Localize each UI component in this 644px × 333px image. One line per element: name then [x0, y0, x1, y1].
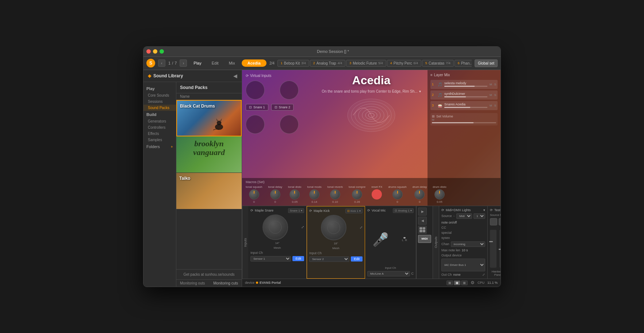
- input-pad-2[interactable]: [280, 81, 299, 100]
- knob-tonal-compre[interactable]: [352, 189, 362, 200]
- layer-item-3[interactable]: 3 🥁 Snares Acedia M S: [430, 101, 498, 110]
- sound-packs-header: Sound Packs: [176, 82, 242, 93]
- sidebar-item-controllers[interactable]: Controllers: [143, 124, 176, 131]
- current-set-button[interactable]: Acedia: [242, 59, 267, 67]
- btn-arrow-left[interactable]: ◀: [418, 217, 427, 225]
- hw-knob-1[interactable]: [490, 218, 497, 225]
- tab-play[interactable]: Play: [190, 60, 205, 66]
- tab-edit[interactable]: Edit: [208, 60, 222, 66]
- snare-expand-icon[interactable]: ⤢: [301, 225, 304, 229]
- pack-item-brooklyn[interactable]: brooklynvanguard: [176, 136, 242, 173]
- monitoring-dropdown[interactable]: Monitoring cuts: [213, 281, 238, 285]
- snare-pad-dropdown[interactable]: Snare 1 ▾: [288, 208, 304, 213]
- maximize-button[interactable]: [160, 49, 164, 54]
- nav-back[interactable]: ‹: [158, 59, 165, 67]
- virtual-inputs-label: ⟳ Virtual Inputs: [246, 74, 311, 78]
- midi-out-button[interactable]: MIDI: [418, 235, 431, 243]
- snare-edit-button[interactable]: Edit: [292, 256, 304, 261]
- knob-tonal-mods[interactable]: [309, 189, 319, 200]
- beat-tab-5[interactable]: 6 Phan...: [455, 60, 472, 67]
- knob-drums-squash[interactable]: [392, 189, 403, 200]
- kick-pad-dropdown[interactable]: ⊡ Kick 1 ▾: [345, 209, 363, 213]
- status-view-btn-1[interactable]: ▦: [446, 280, 453, 285]
- sidebar-item-sessions[interactable]: Sessions: [143, 98, 176, 105]
- snare-pad-visual[interactable]: [262, 214, 288, 240]
- beat-tab-3[interactable]: 4 Pitchy Perc 6/4: [387, 60, 421, 67]
- midi-panel-expand-icon[interactable]: ⤢: [482, 273, 485, 276]
- description-expand[interactable]: ▾: [419, 89, 421, 93]
- midi-panel: ⟳ Midi+DMX Lights ▾ Source ·· Midi 1: [439, 206, 487, 279]
- knob-tonal-delay[interactable]: [270, 189, 280, 200]
- layer-item-2[interactable]: 2 🎵 synthDulcimer M S: [430, 90, 498, 100]
- channel-maple-kick: ⟳ Maple Kick ⊡ Kick 1 ▾: [307, 206, 365, 279]
- kick-sensor-select[interactable]: Sensor 2: [309, 256, 349, 262]
- pack-item-black-cat[interactable]: Black Cat Drums: [176, 100, 242, 136]
- macro-tonal-delay: tonal delay 0: [268, 185, 282, 204]
- hw-knob-2[interactable]: [499, 218, 501, 225]
- beat-tab-2[interactable]: 3 Melodic Future 5/4: [346, 60, 386, 67]
- midi-header: ⟳ Midi+DMX Lights ▾: [441, 208, 485, 212]
- input-pad-1[interactable]: [246, 81, 265, 100]
- btn-arrow-right[interactable]: ▶: [418, 208, 427, 216]
- btn-grid[interactable]: [418, 226, 427, 234]
- midi-option-sysex[interactable]: sysex: [441, 236, 485, 240]
- status-view-btn-3[interactable]: ▦: [461, 280, 468, 285]
- beat-tab-1[interactable]: 2 Analog Trap 4/4: [310, 60, 345, 67]
- midi-option-special[interactable]: special: [441, 231, 485, 235]
- knob-tonal-reverb[interactable]: [330, 189, 340, 200]
- instrument-description: On the snare and toms play from Center t…: [322, 89, 421, 93]
- snare-sensor-select[interactable]: Sensor 1: [250, 256, 291, 262]
- midi-output-device-select[interactable]: IAC Driver Bus 1: [441, 259, 485, 271]
- knob-reset-fx[interactable]: [372, 189, 382, 200]
- knob-tonal-disto[interactable]: [290, 189, 300, 200]
- sidebar-item-sound-packs[interactable]: Sound Packs: [143, 105, 176, 111]
- kick-expand-icon[interactable]: ⤢: [360, 225, 363, 229]
- beat-tab-0[interactable]: 1 Bebop Kit 3/4: [277, 60, 309, 67]
- midi-option-cc[interactable]: CC: [441, 225, 485, 230]
- settings-icon[interactable]: ⚙: [471, 280, 475, 285]
- sidebar-item-build[interactable]: Build: [143, 111, 176, 118]
- minimize-button[interactable]: [153, 49, 157, 54]
- close-button[interactable]: [146, 49, 151, 54]
- sidebar-right: Sound Packs Name Black Cat Drums: [176, 82, 242, 287]
- vocal-analog-dropdown[interactable]: ⊡ Analog 1 ▾: [393, 208, 414, 213]
- channel-header-kick: ⟳ Maple Kick ⊡ Kick 1 ▾: [309, 209, 363, 213]
- nav-forward[interactable]: ›: [180, 59, 187, 67]
- pack-link[interactable]: Get packs at sunhou.se/sounds: [176, 269, 242, 279]
- beat-tab-4[interactable]: 5 Cataratas 7/4: [422, 60, 454, 67]
- sidebar-collapse-button[interactable]: ◀: [233, 73, 237, 79]
- channel-header-snare: ⟳ Maple Snare Snare 1 ▾: [250, 208, 304, 213]
- status-view-btn-2[interactable]: ▦: [454, 280, 460, 285]
- vocal-input-select[interactable]: Mic/Line A: [367, 271, 410, 276]
- sidebar-item-effects[interactable]: Effects: [143, 131, 176, 137]
- knob-tonal-squash[interactable]: [249, 189, 259, 200]
- tab-mix[interactable]: Mix: [225, 60, 239, 66]
- sidebar-item-generators[interactable]: Generators: [143, 118, 176, 124]
- hw-fader-1[interactable]: [490, 230, 497, 268]
- global-set-button[interactable]: Global set: [475, 59, 498, 67]
- knob-drum-disto[interactable]: [434, 189, 445, 200]
- kick-edit-button[interactable]: Edit: [351, 256, 363, 262]
- input-pad-3[interactable]: [246, 115, 265, 134]
- kick-pad-visual[interactable]: [321, 215, 346, 240]
- midi-expand-icon[interactable]: ▾: [483, 208, 485, 212]
- input-pad-row2: [246, 115, 311, 134]
- time-sig: 2/4: [269, 61, 275, 65]
- layer-item-1[interactable]: 1 🎵 selesta melody M S: [430, 80, 498, 89]
- sidebar-item-core-sounds[interactable]: Core Sounds: [143, 92, 176, 98]
- midi-source-select[interactable]: Midi: [456, 213, 472, 219]
- snare1-button[interactable]: ⊡ Snare 1: [246, 104, 268, 111]
- sidebar-item-play[interactable]: Play: [143, 85, 176, 92]
- sidebar-item-samples[interactable]: Samples: [143, 137, 176, 143]
- pack-label-black-cat: Black Cat Drums: [180, 104, 215, 109]
- knob-drum-delay[interactable]: [414, 189, 425, 200]
- midi-ch-select[interactable]: 1: [474, 213, 485, 219]
- snare2-button[interactable]: ⊡ Snare 2: [271, 104, 294, 111]
- add-folder-button[interactable]: +: [171, 144, 173, 149]
- outputs-label: Outputs: [433, 206, 439, 279]
- input-pad-4[interactable]: [280, 115, 299, 134]
- midi-option-note[interactable]: note on/off: [441, 220, 485, 225]
- pack-item-taiko[interactable]: Taiko: [176, 173, 242, 209]
- hw-fader-2[interactable]: [499, 230, 501, 268]
- midi-chan-select[interactable]: incoming: [451, 241, 485, 247]
